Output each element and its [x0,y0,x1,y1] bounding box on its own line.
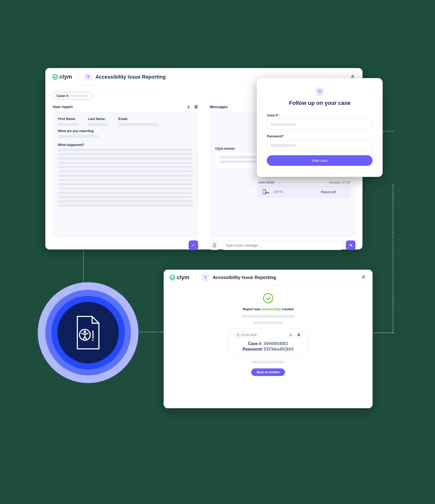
last-name-label: Last Name: [88,117,106,121]
view-case-button[interactable]: View case [267,155,373,166]
print-icon[interactable] [194,105,198,109]
placeholder [118,123,159,126]
connector-line [373,333,393,333]
password-field-label: Password* [267,134,373,138]
attach-file-button[interactable] [210,240,219,250]
svg-point-10 [205,276,206,277]
accessibility-document-icon [72,314,104,352]
case-number-badge: Case #: [52,92,93,100]
connector-line [393,184,393,333]
message-input[interactable] [222,240,343,250]
followup-title: Follow up on your case [267,100,373,106]
svg-rect-12 [237,334,239,336]
svg-point-5 [319,91,320,91]
back-button[interactable] [189,240,198,250]
calendar-icon [237,334,239,336]
brand-name: clym [59,74,72,80]
placeholder [58,135,98,138]
svg-point-11 [363,276,364,277]
report-heading: Your report [52,105,73,109]
message-timestamp: Monday | 17:30 [329,181,350,184]
password-row: Password: EEFklksdRQk93 [234,347,302,352]
accessibility-icon [202,274,209,281]
placeholder [252,361,284,363]
svg-point-7 [84,331,86,333]
report-column: Your report First Name: Last Name: [52,104,198,250]
page-title: Accessibility Issue Reporting [95,74,166,80]
case-field-label: Case #* [267,113,373,117]
what-happened-label: What happened? [58,143,193,147]
brand-logo: clym [52,74,72,80]
placeholder [88,123,108,126]
what-reporting-label: What are you reporting [58,129,193,133]
check-icon [170,275,175,280]
password-input[interactable] [267,140,373,151]
svg-point-1 [352,75,353,77]
back-to-content-button[interactable]: Back to content [251,368,285,376]
check-icon [52,74,58,80]
download-icon[interactable] [288,332,294,338]
send-button[interactable] [346,240,355,250]
feature-badge [38,282,138,383]
first-name-label: First Name: [58,117,76,121]
file-size: 200 Kb [273,190,283,194]
file-name: Report.pdf [321,190,336,194]
shield-icon [315,87,324,96]
case-input[interactable] [267,119,373,130]
email-label: Email: [118,117,128,121]
user-icon[interactable] [361,275,367,280]
file-attachment[interactable]: PDF 200 Kb Report.pdf [258,186,350,197]
messages-heading: Messages [210,105,228,109]
brand-logo: clym [170,274,189,281]
svg-point-9 [92,339,94,341]
page-title: Accessibility Issue Reporting [213,275,276,280]
case-label: Case #: [57,94,69,98]
svg-point-0 [88,75,89,76]
case-info-card: 13 Feb 2024 Case #: 34440934802 Password… [229,328,307,357]
report-panel: First Name: Last Name: Email: What are y… [52,111,198,237]
placeholder [253,322,283,324]
brand-name: clym [177,274,189,281]
success-card: clym Accessibility Issue Reporting Repor… [164,270,373,408]
placeholder [271,123,296,126]
placeholder [58,123,78,126]
placeholder [242,315,295,318]
accessibility-icon [84,73,92,81]
divider [78,73,78,80]
connector-line [383,131,393,132]
case-number-row: Case #: 34440934802 [234,341,302,346]
download-icon[interactable] [187,105,191,109]
placeholder-lines [58,149,193,207]
success-message: Report was successfully created [171,307,365,311]
message-user-name: John Smith [258,181,274,184]
print-icon[interactable] [296,332,302,338]
placeholder [71,94,88,97]
date-chip: 13 Feb 2024 [234,332,259,338]
pdf-label: PDF [265,192,269,194]
success-check-icon [263,293,273,303]
report-date: 13 Feb 2024 [241,333,257,336]
followup-card: Follow up on your case Case #* Password*… [257,78,383,177]
divider [195,274,196,281]
placeholder [271,144,296,147]
